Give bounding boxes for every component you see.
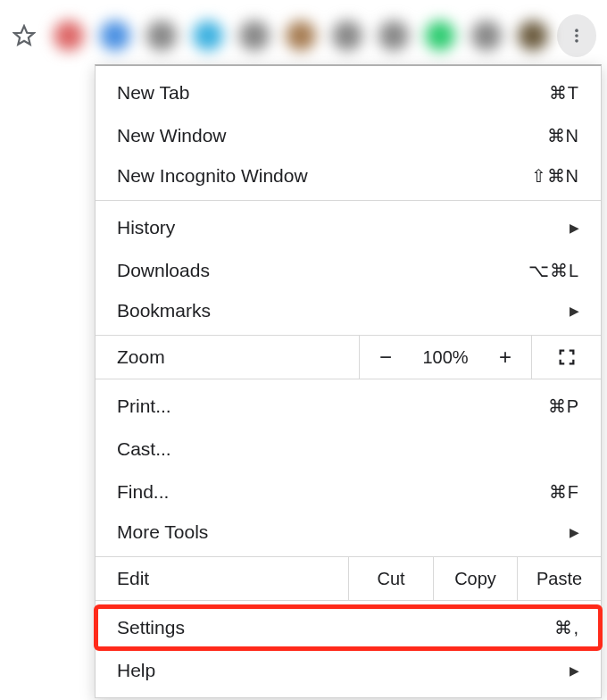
menu-item-find[interactable]: Find... ⌘F <box>96 471 601 513</box>
menu-item-new-incognito[interactable]: New Incognito Window ⇧⌘N <box>96 157 601 200</box>
menu-item-label: Bookmarks <box>117 300 561 321</box>
svg-point-3 <box>575 39 578 43</box>
paste-button[interactable]: Paste <box>517 557 601 600</box>
cut-button[interactable]: Cut <box>349 557 433 600</box>
extension-icon[interactable] <box>54 21 84 51</box>
menu-item-label: History <box>117 217 561 238</box>
extension-icon[interactable] <box>100 21 130 51</box>
submenu-arrow-icon: ▶ <box>570 663 579 678</box>
svg-point-2 <box>575 34 578 38</box>
zoom-out-button[interactable]: − <box>360 336 412 379</box>
submenu-arrow-icon: ▶ <box>570 525 579 539</box>
keyboard-shortcut: ⌘F <box>549 481 579 503</box>
menu-item-label: More Tools <box>117 521 561 543</box>
menu-item-new-tab[interactable]: New Tab ⌘T <box>96 71 601 114</box>
menu-item-label: Help <box>117 660 561 681</box>
submenu-arrow-icon: ▶ <box>570 304 579 318</box>
extensions-row <box>54 21 548 51</box>
extension-icon[interactable] <box>332 21 362 51</box>
keyboard-shortcut: ⇧⌘N <box>531 165 579 187</box>
extension-icon[interactable] <box>286 21 316 51</box>
menu-item-label: Cast... <box>117 438 579 460</box>
svg-marker-0 <box>14 26 34 45</box>
fullscreen-button[interactable] <box>531 336 601 379</box>
menu-item-label: Downloads <box>117 260 528 281</box>
menu-item-help[interactable]: Help ▶ <box>96 649 601 692</box>
menu-item-new-window[interactable]: New Window ⌘N <box>96 114 601 157</box>
menu-item-history[interactable]: History ▶ <box>96 206 601 249</box>
svg-point-1 <box>575 29 578 32</box>
keyboard-shortcut: ⌥⌘L <box>528 260 579 281</box>
extension-icon[interactable] <box>518 21 548 51</box>
zoom-value: 100% <box>412 336 479 379</box>
menu-item-downloads[interactable]: Downloads ⌥⌘L <box>96 249 601 292</box>
main-menu-dropdown: New Tab ⌘T New Window ⌘N New Incognito W… <box>95 64 602 698</box>
extension-icon[interactable] <box>471 21 502 51</box>
zoom-label: Zoom <box>96 336 360 379</box>
edit-row: Edit Cut Copy Paste <box>96 557 601 600</box>
menu-item-print[interactable]: Print... ⌘P <box>96 385 601 428</box>
menu-item-bookmarks[interactable]: Bookmarks ▶ <box>96 292 601 335</box>
copy-button[interactable]: Copy <box>433 557 517 600</box>
extension-icon[interactable] <box>239 21 270 51</box>
extension-icon[interactable] <box>146 21 177 51</box>
menu-item-label: Settings <box>117 617 554 638</box>
menu-item-cast[interactable]: Cast... <box>96 428 601 471</box>
keyboard-shortcut: ⌘, <box>554 617 579 638</box>
keyboard-shortcut: ⌘N <box>547 125 579 146</box>
zoom-in-button[interactable]: + <box>479 336 531 379</box>
submenu-arrow-icon: ▶ <box>570 221 579 235</box>
more-menu-button[interactable] <box>557 14 596 57</box>
keyboard-shortcut: ⌘P <box>548 396 579 417</box>
extension-icon[interactable] <box>378 21 409 51</box>
menu-item-label: New Tab <box>117 82 549 104</box>
menu-item-label: Print... <box>117 396 548 417</box>
menu-item-label: Find... <box>117 481 549 503</box>
menu-item-settings[interactable]: Settings ⌘, <box>96 606 601 649</box>
extension-icon[interactable] <box>193 21 223 51</box>
zoom-row: Zoom − 100% + <box>96 336 601 379</box>
menu-item-label: New Incognito Window <box>117 165 531 187</box>
menu-item-more-tools[interactable]: More Tools ▶ <box>96 513 601 556</box>
keyboard-shortcut: ⌘T <box>549 82 579 104</box>
extension-icon[interactable] <box>425 21 455 51</box>
browser-toolbar <box>0 9 607 62</box>
menu-item-label: New Window <box>117 125 547 146</box>
bookmark-star-icon[interactable] <box>11 21 37 50</box>
edit-label: Edit <box>96 557 349 600</box>
